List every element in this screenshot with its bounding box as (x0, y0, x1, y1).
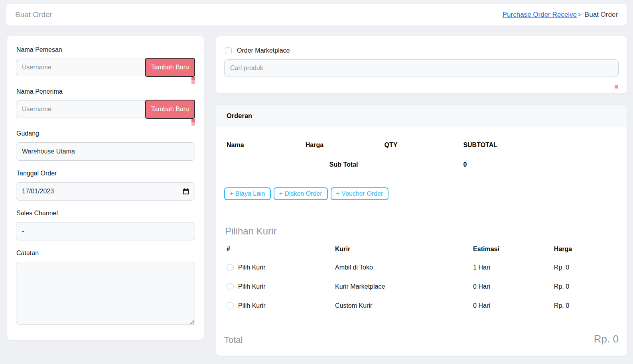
kurir-estimasi: 0 Hari (471, 296, 552, 315)
nama-penerima-group: Tambah Baru (16, 100, 195, 119)
diskon-order-button[interactable]: + Diskon Order (274, 187, 328, 200)
kurir-estimasi: 1 Hari (471, 258, 552, 277)
catatan-textarea[interactable] (16, 262, 195, 325)
kurir-col-kurir: Kurir (333, 240, 471, 258)
orderan-header: Orderan (216, 105, 627, 127)
voucher-order-button[interactable]: + Voucher Order (331, 187, 389, 200)
nama-pemesan-group: Tambah Baru (16, 59, 195, 77)
orderan-title: Orderan (227, 112, 252, 119)
calendar-icon[interactable] (183, 188, 189, 195)
kurir-col-number: # (224, 240, 333, 258)
kurir-harga: Rp. 0 (552, 277, 619, 296)
total-value: Rp. 0 (594, 333, 619, 345)
biaya-lain-button[interactable]: + Biaya Lain (224, 187, 271, 200)
gudang-input[interactable]: Warehouse Utama (16, 142, 195, 161)
nama-penerima-label: Nama Penerima (16, 88, 195, 95)
orderan-col-nama: Nama (224, 134, 303, 154)
pilih-kurir-option[interactable]: Pilih Kurir (227, 302, 333, 309)
subtotal-value: 0 (461, 154, 540, 172)
breadcrumb-current: Buat Order (585, 11, 618, 19)
tanggal-order-input[interactable]: 17/01/2023 (16, 182, 195, 201)
order-marketplace-label: Order Marketplace (237, 47, 290, 54)
kurir-col-harga: Harga (552, 240, 619, 258)
total-label: Total (224, 335, 243, 345)
tanggal-order-value: 17/01/2023 (22, 188, 54, 195)
kurir-col-estimasi: Estimasi (471, 240, 552, 258)
kurir-name: Ambil di Toko (333, 258, 471, 277)
breadcrumb: Purchase Order Receive > Buat Order (503, 11, 618, 19)
kurir-radio[interactable] (227, 264, 234, 271)
orderan-actions: + Biaya Lain + Diskon Order + Voucher Or… (224, 187, 619, 200)
orderan-table: Nama Harga QTY SUBTOTAL Sub Total 0 (224, 134, 619, 172)
kurir-estimasi: 0 Hari (471, 277, 552, 296)
pilih-kurir-option[interactable]: Pilih Kurir (227, 264, 333, 271)
orderan-card: Orderan Nama Harga QTY SUBTOTAL (216, 104, 627, 356)
orderan-col-qty: QTY (382, 134, 461, 154)
product-search-card: Order Marketplace (216, 36, 627, 94)
kurir-name: Custom Kurir (333, 296, 471, 315)
breadcrumb-separator: > (578, 11, 582, 19)
nama-pemesan-label: Nama Pemesan (16, 46, 195, 53)
kurir-radio[interactable] (227, 283, 234, 290)
pilih-kurir-label: Pilih Kurir (238, 283, 265, 290)
subtotal-row: Sub Total 0 (224, 154, 619, 172)
tanggal-order-label: Tanggal Order (16, 170, 195, 177)
kurir-table: # Kurir Estimasi Harga (224, 240, 619, 315)
kurir-harga: Rp. 0 (552, 296, 619, 315)
pilih-kurir-option[interactable]: Pilih Kurir (227, 283, 333, 290)
sales-channel-input[interactable]: - (16, 222, 195, 240)
catatan-label: Catatan (16, 250, 195, 257)
kurir-harga: Rp. 0 (552, 258, 619, 277)
order-form-card: Nama Pemesan Tambah Baru Nama Penerima T… (7, 36, 204, 340)
gudang-value: Warehouse Utama (22, 148, 75, 155)
kurir-section: Pilihan Kurir # Kurir Estimasi Harga (224, 226, 619, 315)
kurir-name: Kurir Marketplace (333, 277, 471, 296)
catatan-wrap (16, 262, 195, 326)
cari-produk-input[interactable] (224, 59, 619, 77)
tambah-baru-pemesan-button[interactable]: Tambah Baru (145, 58, 195, 77)
breadcrumb-link-purchase-order-receive[interactable]: Purchase Order Receive (503, 11, 577, 19)
table-row: Pilih Kurir Kurir Marketplace 0 Hari Rp.… (224, 277, 619, 296)
pilih-kurir-label: Pilih Kurir (238, 264, 265, 271)
order-marketplace-row: Order Marketplace (225, 47, 619, 54)
orderan-col-harga: Harga (303, 134, 382, 154)
nama-pemesan-input[interactable] (16, 59, 148, 76)
nama-penerima-input[interactable] (16, 100, 148, 118)
tambah-baru-penerima-button[interactable]: Tambah Baru (145, 100, 195, 119)
pink-fragment (615, 85, 618, 89)
order-marketplace-checkbox[interactable] (225, 47, 232, 54)
subtotal-label: Sub Total (224, 154, 461, 172)
pilihan-kurir-heading: Pilihan Kurir (225, 226, 619, 237)
table-row: Pilih Kurir Ambil di Toko 1 Hari Rp. 0 (224, 258, 619, 277)
page-title: Buat Order (15, 10, 52, 19)
top-bar: Buat Order Purchase Order Receive > Buat… (6, 3, 627, 26)
kurir-radio[interactable] (227, 302, 234, 309)
orderan-col-subtotal: SUBTOTAL (461, 134, 540, 154)
table-row: Pilih Kurir Custom Kurir 0 Hari Rp. 0 (224, 296, 619, 315)
pink-fragment (191, 77, 195, 84)
total-row: Total Rp. 0 (224, 333, 619, 345)
gudang-label: Gudang (16, 130, 195, 137)
pink-fragment (191, 119, 195, 126)
sales-channel-label: Sales Channel (16, 210, 195, 217)
pilih-kurir-label: Pilih Kurir (238, 302, 265, 309)
sales-channel-value: - (22, 228, 24, 235)
